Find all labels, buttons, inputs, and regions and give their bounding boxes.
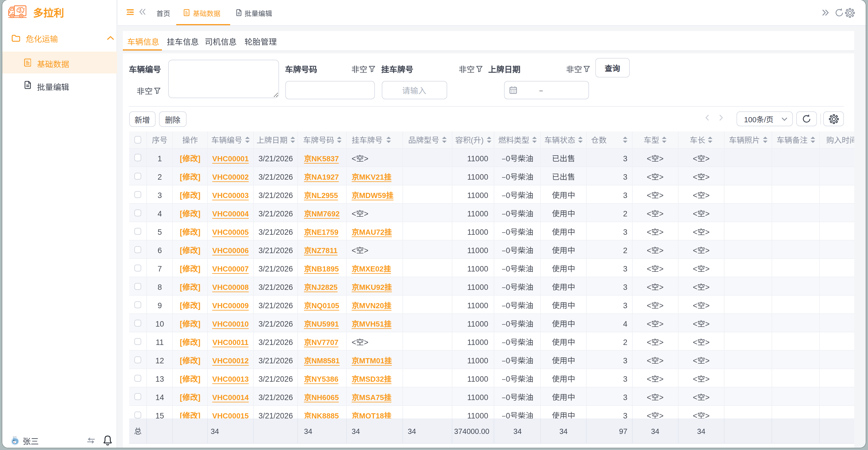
svg-text:$: $: [19, 7, 22, 12]
svg-text:阿B胖b: 阿B胖b: [12, 436, 17, 438]
